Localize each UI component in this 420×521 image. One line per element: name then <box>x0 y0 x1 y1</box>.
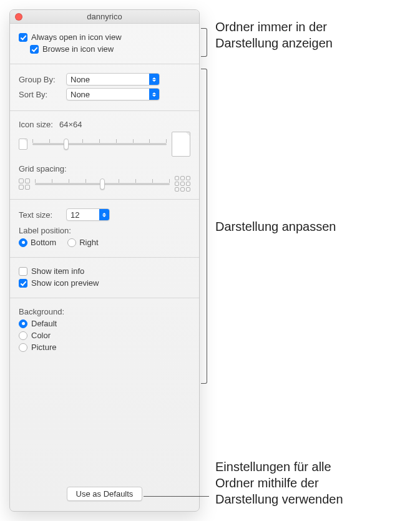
chevron-updown-icon <box>99 209 109 220</box>
background-picture-radio[interactable] <box>19 343 27 352</box>
icon-size-value: 64×64 <box>59 120 82 129</box>
sort-by-label: Sort By: <box>19 90 62 99</box>
section-icon-view: Always open in icon view Browse in icon … <box>10 24 199 64</box>
group-by-value: None <box>67 75 149 84</box>
doc-small-icon <box>19 139 27 150</box>
background-label: Background: <box>19 307 64 316</box>
show-icon-preview-checkbox[interactable] <box>19 279 27 288</box>
section-show-options: Show item info Show icon preview <box>10 258 199 298</box>
group-by-label: Group By: <box>19 75 62 84</box>
label-bottom-text: Bottom <box>31 238 56 247</box>
window-title: dannyrico <box>10 12 199 21</box>
show-icon-preview-label: Show icon preview <box>31 278 99 288</box>
browse-label: Browse in icon view <box>42 44 114 54</box>
annotation-top: Ordner immer in der Darstellung anzeigen <box>215 19 333 51</box>
icon-size-label: Icon size: <box>19 120 53 129</box>
chevron-updown-icon <box>149 89 159 100</box>
always-open-checkbox[interactable] <box>19 33 27 42</box>
annotation-bottom: Einstellungen für alle Ordner mithilfe d… <box>215 459 343 507</box>
sort-by-value: None <box>67 90 149 99</box>
section-group-sort: Group By: None Sort By: None <box>10 64 199 111</box>
section-background: Background: Default Color Picture <box>10 298 199 362</box>
annotation-leader-bottom <box>144 496 209 497</box>
icon-size-slider[interactable] <box>32 138 167 150</box>
grid-spacing-label: Grid spacing: <box>19 164 67 173</box>
chevron-updown-icon <box>149 74 159 85</box>
doc-large-icon <box>172 132 190 157</box>
show-item-info-checkbox[interactable] <box>19 267 27 276</box>
text-size-label: Text size: <box>19 210 62 220</box>
label-right-text: Right <box>79 238 98 247</box>
annotation-bracket-top <box>201 28 207 57</box>
background-color-label: Color <box>31 331 51 340</box>
grid-spacing-slider[interactable] <box>35 178 170 190</box>
text-size-select[interactable]: 12 <box>66 208 110 221</box>
always-open-label: Always open in icon view <box>31 32 122 42</box>
background-default-label: Default <box>31 319 57 328</box>
view-options-window: dannyrico Always open in icon view Brows… <box>9 9 200 512</box>
section-text-label: Text size: 12 Label position: Bottom Rig… <box>10 200 199 258</box>
sort-by-select[interactable]: None <box>66 88 160 100</box>
titlebar[interactable]: dannyrico <box>10 10 199 24</box>
background-picture-label: Picture <box>31 343 56 352</box>
text-size-value: 12 <box>67 210 99 220</box>
label-bottom-radio[interactable] <box>19 238 27 247</box>
annotation-middle: Darstellung anpassen <box>215 218 336 235</box>
grid-sparse-icon <box>19 178 30 190</box>
label-right-radio[interactable] <box>67 238 76 247</box>
browse-checkbox[interactable] <box>30 45 39 54</box>
grid-dense-icon <box>175 176 190 192</box>
background-default-radio[interactable] <box>19 319 27 328</box>
section-sizes: Icon size: 64×64 Grid spacing: <box>10 111 199 200</box>
label-position-label: Label position: <box>19 226 71 235</box>
use-as-defaults-button[interactable]: Use as Defaults <box>67 487 143 501</box>
show-item-info-label: Show item info <box>31 266 84 276</box>
group-by-select[interactable]: None <box>66 73 160 85</box>
annotation-bracket-middle <box>201 69 207 384</box>
background-color-radio[interactable] <box>19 331 27 340</box>
